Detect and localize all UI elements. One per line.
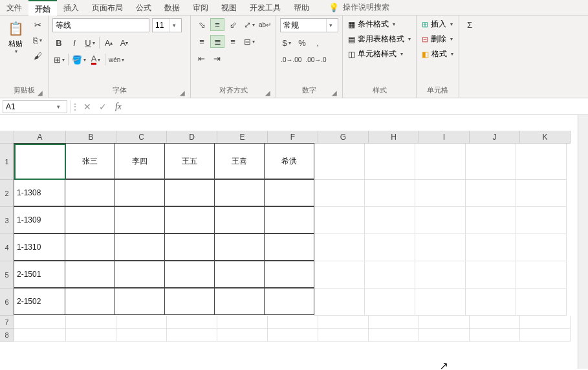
cell[interactable]	[314, 180, 365, 207]
cell[interactable]	[516, 207, 567, 234]
align-left-button[interactable]: ≡	[195, 35, 209, 48]
cell[interactable]	[164, 234, 215, 261]
number-format-combo[interactable]: ▾	[280, 18, 338, 32]
cell[interactable]	[415, 261, 466, 288]
format-painter-button[interactable]: 🖌	[31, 49, 44, 62]
cell[interactable]	[66, 316, 116, 329]
column-header[interactable]: J	[470, 131, 520, 144]
cell[interactable]: 李四	[114, 143, 165, 179]
column-header[interactable]: E	[217, 131, 268, 144]
cell[interactable]	[365, 180, 415, 207]
insert-cells-button[interactable]: ⊞插入▾	[420, 18, 455, 30]
cell[interactable]	[415, 144, 466, 180]
cancel-button[interactable]: ✕	[80, 102, 95, 112]
cell[interactable]	[268, 316, 318, 329]
enter-button[interactable]: ✓	[95, 102, 111, 112]
cell[interactable]	[214, 234, 265, 261]
percent-button[interactable]: %	[296, 36, 309, 49]
cell[interactable]	[14, 316, 66, 329]
cell[interactable]: 2-1501	[14, 261, 65, 288]
tab-审阅[interactable]: 审阅	[186, 0, 215, 16]
delete-cells-button[interactable]: ⊟删除▾	[420, 33, 455, 45]
cell[interactable]: 希洪	[264, 143, 314, 179]
cut-button[interactable]: ✂	[31, 18, 44, 31]
copy-button[interactable]: ⎘▾	[31, 34, 44, 47]
cell[interactable]	[214, 261, 265, 288]
align-center-button[interactable]: ≣	[210, 35, 224, 48]
cell[interactable]	[116, 329, 167, 342]
cell[interactable]	[164, 206, 215, 234]
cell[interactable]	[520, 329, 571, 342]
cell[interactable]	[314, 234, 365, 261]
fill-color-button[interactable]: 🪣▾	[71, 53, 87, 66]
column-header[interactable]: D	[167, 131, 217, 144]
row-header[interactable]: 7	[0, 316, 14, 329]
cell[interactable]: 张三	[65, 143, 115, 179]
cell[interactable]	[314, 144, 365, 180]
cell[interactable]	[65, 234, 115, 261]
tab-文件[interactable]: 文件	[0, 0, 28, 16]
column-header[interactable]: C	[116, 131, 167, 144]
cell[interactable]	[164, 288, 215, 315]
row-header[interactable]: 6	[0, 288, 14, 316]
borders-button[interactable]: ⊞▾	[52, 53, 65, 66]
cell[interactable]	[65, 179, 115, 206]
wrap-text-button[interactable]: ab↵	[258, 18, 272, 31]
column-header[interactable]: B	[66, 131, 116, 144]
cell[interactable]	[466, 261, 516, 288]
formula-input[interactable]	[126, 100, 588, 113]
cell[interactable]	[314, 207, 365, 234]
cell[interactable]: 王喜	[214, 143, 265, 179]
cell[interactable]	[65, 206, 115, 234]
cell[interactable]	[516, 234, 567, 261]
cell[interactable]: 1-1308	[14, 179, 65, 206]
cell-grid[interactable]: 张三李四王五王喜希洪1-13081-13091-13102-15012-1502	[14, 144, 571, 342]
cell[interactable]	[217, 316, 268, 329]
cell[interactable]	[419, 329, 470, 342]
cell[interactable]	[516, 261, 567, 288]
cell[interactable]	[114, 179, 165, 206]
chevron-down-icon[interactable]: ⋮	[71, 102, 80, 111]
font-size-combo[interactable]: ▾	[152, 18, 182, 32]
underline-button[interactable]: U▾	[83, 36, 96, 49]
cell[interactable]	[365, 288, 415, 316]
cell[interactable]	[214, 288, 265, 315]
cell[interactable]	[365, 261, 415, 288]
tab-插入[interactable]: 插入	[57, 0, 85, 16]
paste-button[interactable]: 📋 粘贴 ▾	[4, 18, 27, 84]
tab-公式[interactable]: 公式	[129, 0, 158, 16]
tab-开始[interactable]: 开始	[28, 0, 57, 16]
cell[interactable]	[114, 234, 165, 261]
cell[interactable]	[470, 316, 520, 329]
increase-font-button[interactable]: A▴	[102, 36, 115, 49]
font-name-input[interactable]	[53, 21, 155, 30]
cell[interactable]	[264, 179, 314, 206]
font-size-input[interactable]	[153, 21, 169, 30]
cell[interactable]	[66, 329, 116, 342]
select-all-corner[interactable]	[0, 131, 14, 144]
cell[interactable]	[164, 179, 215, 206]
cell[interactable]	[167, 316, 217, 329]
autosum-button[interactable]: Σ	[463, 18, 476, 31]
format-as-table-button[interactable]: ▤套用表格格式▾	[347, 33, 412, 45]
cell[interactable]	[318, 329, 369, 342]
font-name-combo[interactable]: ▾	[52, 18, 149, 32]
cell[interactable]	[116, 316, 167, 329]
cell[interactable]	[415, 180, 466, 207]
cell[interactable]	[466, 234, 516, 261]
name-box-input[interactable]	[3, 102, 54, 111]
tab-开发工具[interactable]: 开发工具	[243, 0, 287, 16]
chevron-down-icon[interactable]: ▾	[54, 103, 63, 110]
name-box[interactable]: ▾	[3, 100, 67, 113]
column-header[interactable]: F	[268, 131, 318, 144]
row-header[interactable]: 5	[0, 261, 14, 288]
cell[interactable]	[369, 316, 419, 329]
cell[interactable]	[268, 329, 318, 342]
cell[interactable]	[466, 180, 516, 207]
cell[interactable]	[264, 288, 314, 315]
align-top-button[interactable]: ⬂	[195, 18, 209, 31]
cell[interactable]: 1-1310	[14, 234, 65, 261]
cell[interactable]: 王五	[164, 143, 215, 179]
cell[interactable]	[466, 144, 516, 180]
chevron-down-icon[interactable]: ▾	[169, 19, 179, 32]
